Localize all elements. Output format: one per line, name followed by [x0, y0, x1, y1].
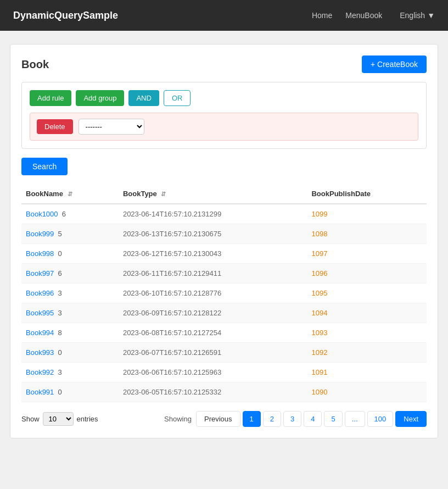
- cell-num: 0: [58, 348, 62, 357]
- cell-num: 6: [62, 210, 66, 218]
- col-bookname-label: BookName: [26, 190, 63, 198]
- navbar: DynamicQuerySample Home MenuBook English…: [0, 0, 448, 31]
- page-3-button[interactable]: 3: [283, 411, 301, 427]
- cell-booktype: 2023-06-07T16:57:10.2126591: [119, 343, 307, 363]
- bookname-link[interactable]: Book991: [26, 388, 54, 396]
- cell-bookname: Book995 3: [21, 303, 119, 323]
- cell-booktype: 2023-06-08T16:57:10.2127254: [119, 323, 307, 343]
- cell-num: 6: [58, 269, 62, 277]
- chevron-down-icon: ▼: [427, 11, 435, 20]
- pagination-row: Show 10 25 50 100 entries Showing Previo…: [21, 411, 427, 427]
- show-label: Show: [21, 415, 40, 423]
- table-row: Book996 3 2023-06-10T16:57:10.2128776 10…: [21, 284, 427, 303]
- bookname-link[interactable]: Book994: [26, 329, 54, 337]
- bookname-link[interactable]: Book998: [26, 249, 54, 258]
- cell-num: 3: [58, 368, 62, 376]
- page-100-button[interactable]: 100: [367, 411, 394, 427]
- cell-booktype: 2023-06-10T16:57:10.2128776: [119, 284, 307, 303]
- cell-booktype: 2023-06-14T16:57:10.2131299: [119, 204, 307, 224]
- cell-bookname: Book993 0: [21, 343, 119, 363]
- cell-bookname: Book994 8: [21, 323, 119, 343]
- navbar-brand: DynamicQuerySample: [13, 10, 118, 21]
- cell-num: 5: [58, 230, 62, 238]
- language-label: English: [400, 11, 425, 20]
- cell-bookname: Book996 3: [21, 284, 119, 303]
- table-header-row: BookName ⇵ BookType ⇵ BookPublishDate: [21, 184, 427, 204]
- cell-bookpublishdate: 1097: [307, 244, 427, 264]
- main-container: Book + CreateBook Add rule Add group AND…: [10, 44, 438, 438]
- table-row: Book995 3 2023-06-09T16:57:10.2128122 10…: [21, 303, 427, 323]
- table-row: Book993 0 2023-06-07T16:57:10.2126591 10…: [21, 343, 427, 363]
- cell-bookname: Book1000 6: [21, 204, 119, 224]
- table-row: Book992 3 2023-06-06T16:57:10.2125963 10…: [21, 363, 427, 382]
- cell-num: 8: [58, 329, 62, 337]
- nav-home[interactable]: Home: [312, 11, 332, 20]
- page-2-button[interactable]: 2: [263, 411, 281, 427]
- books-table: BookName ⇵ BookType ⇵ BookPublishDate Bo…: [21, 184, 427, 402]
- col-booktype[interactable]: BookType ⇵: [119, 184, 307, 204]
- and-button[interactable]: AND: [128, 90, 159, 106]
- bookname-link[interactable]: Book1000: [26, 210, 58, 218]
- cell-booktype: 2023-06-12T16:57:10.2130043: [119, 244, 307, 264]
- cell-bookpublishdate: 1096: [307, 264, 427, 284]
- cell-bookname: Book997 6: [21, 264, 119, 284]
- cell-booktype: 2023-06-05T16:57:10.2125332: [119, 382, 307, 402]
- table-body: Book1000 6 2023-06-14T16:57:10.2131299 1…: [21, 204, 427, 402]
- cell-bookname: Book992 3: [21, 363, 119, 382]
- bookname-link[interactable]: Book992: [26, 368, 54, 376]
- language-selector[interactable]: English ▼: [400, 11, 435, 20]
- or-button[interactable]: OR: [164, 90, 191, 106]
- entries-select[interactable]: 10 25 50 100: [43, 412, 74, 426]
- bookname-link[interactable]: Book995: [26, 309, 54, 317]
- col-bookname[interactable]: BookName ⇵: [21, 184, 119, 204]
- pagination-controls: Previous 1 2 3 4 5 ... 100 Next: [196, 411, 427, 427]
- page-5-button[interactable]: 5: [324, 411, 342, 427]
- page-header: Book + CreateBook: [21, 55, 427, 73]
- delete-rule-button[interactable]: Delete: [37, 119, 73, 134]
- table-header: BookName ⇵ BookType ⇵ BookPublishDate: [21, 184, 427, 204]
- filter-box: Add rule Add group AND OR Delete -------: [21, 82, 427, 149]
- sort-icon-bookname: ⇵: [68, 191, 72, 197]
- cell-num: 3: [58, 309, 62, 317]
- table-row: Book997 6 2023-06-11T16:57:10.2129411 10…: [21, 264, 427, 284]
- rule-field-select[interactable]: -------: [79, 119, 144, 135]
- show-entries: Show 10 25 50 100 entries: [21, 412, 98, 426]
- bookname-link[interactable]: Book999: [26, 230, 54, 238]
- nav-menubook[interactable]: MenuBook: [345, 11, 382, 20]
- bookname-link[interactable]: Book996: [26, 289, 54, 297]
- page-1-button[interactable]: 1: [243, 411, 261, 427]
- cell-num: 0: [58, 388, 62, 396]
- col-booktype-label: BookType: [123, 190, 157, 198]
- cell-bookpublishdate: 1091: [307, 363, 427, 382]
- bookname-link[interactable]: Book993: [26, 348, 54, 357]
- search-button[interactable]: Search: [21, 158, 68, 175]
- cell-bookname: Book991 0: [21, 382, 119, 402]
- cell-bookpublishdate: 1090: [307, 382, 427, 402]
- cell-booktype: 2023-06-09T16:57:10.2128122: [119, 303, 307, 323]
- page-title: Book: [21, 58, 49, 71]
- add-rule-button[interactable]: Add rule: [30, 90, 71, 106]
- cell-bookpublishdate: 1098: [307, 224, 427, 244]
- table-row: Book999 5 2023-06-13T16:57:10.2130675 10…: [21, 224, 427, 244]
- add-group-button[interactable]: Add group: [76, 90, 124, 106]
- cell-num: 3: [58, 289, 62, 297]
- rule-row: Delete -------: [30, 113, 418, 141]
- cell-num: 0: [58, 249, 62, 258]
- navbar-links: Home MenuBook: [312, 11, 382, 20]
- table-row: Book998 0 2023-06-12T16:57:10.2130043 10…: [21, 244, 427, 264]
- showing-label: Showing: [164, 415, 192, 423]
- col-bookpublishdate-label: BookPublishDate: [311, 190, 371, 198]
- cell-bookname: Book999 5: [21, 224, 119, 244]
- create-book-button[interactable]: + CreateBook: [362, 55, 427, 73]
- bookname-link[interactable]: Book997: [26, 269, 54, 277]
- previous-button[interactable]: Previous: [196, 411, 240, 427]
- cell-bookpublishdate: 1092: [307, 343, 427, 363]
- cell-bookpublishdate: 1094: [307, 303, 427, 323]
- table-row: Book991 0 2023-06-05T16:57:10.2125332 10…: [21, 382, 427, 402]
- sort-icon-booktype: ⇵: [161, 191, 166, 197]
- cell-bookname: Book998 0: [21, 244, 119, 264]
- next-button[interactable]: Next: [395, 411, 427, 427]
- page-4-button[interactable]: 4: [304, 411, 322, 427]
- entries-label: entries: [77, 415, 98, 423]
- cell-booktype: 2023-06-13T16:57:10.2130675: [119, 224, 307, 244]
